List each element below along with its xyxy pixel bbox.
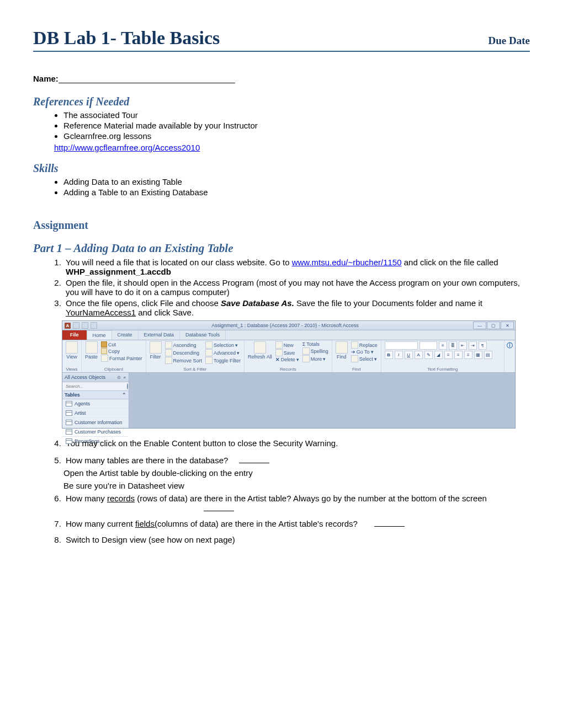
- ascending-button[interactable]: Ascending: [165, 341, 203, 349]
- gridlines-button[interactable]: ▦: [474, 351, 482, 359]
- indent-dec-button[interactable]: ⇤: [459, 341, 467, 350]
- answer-blank-7[interactable]: [374, 526, 405, 527]
- access-titlebar: A Assignment_1 : Database (Access 2007 -…: [62, 321, 515, 330]
- underline-button[interactable]: U: [405, 351, 413, 359]
- ribbon-tabs: File Home Create External Data Database …: [62, 330, 515, 340]
- step-2: Open the file, it should open in the Acc…: [63, 278, 530, 297]
- search-input[interactable]: [65, 383, 125, 389]
- due-date: Due Date: [488, 35, 530, 47]
- remove-sort-button[interactable]: Remove Sort: [165, 357, 203, 364]
- qat-undo-icon[interactable]: [82, 322, 88, 329]
- align-left-button[interactable]: ≡: [444, 351, 453, 359]
- italic-button[interactable]: I: [395, 351, 403, 359]
- table-icon: [66, 420, 72, 425]
- sort-desc-icon: [165, 349, 172, 356]
- references-heading: References if Needed: [33, 95, 530, 108]
- nav-search[interactable]: [62, 382, 129, 391]
- step-8: Switch to Design view (see how on next p…: [63, 535, 530, 544]
- class-site-link[interactable]: www.mtsu.edu/~rbucher/1150: [292, 258, 402, 267]
- page-title: DB Lab 1- Table Basics: [33, 28, 220, 49]
- highlight-button[interactable]: ✎: [424, 351, 433, 359]
- name-blank[interactable]: [59, 83, 235, 83]
- view-icon: [66, 341, 78, 354]
- tab-file[interactable]: File: [62, 330, 87, 340]
- close-button[interactable]: ✕: [501, 322, 514, 329]
- nav-item-customer-purchases[interactable]: Customer Purchases: [62, 427, 129, 437]
- references-link[interactable]: http://www.gcflearnfree.org/Access2010: [54, 143, 200, 152]
- window-buttons: — ▢ ✕: [473, 322, 514, 329]
- answer-blank-6[interactable]: [204, 511, 234, 511]
- skills-list: Adding Data to an existing Table Adding …: [33, 177, 530, 197]
- more-icon: [302, 355, 310, 362]
- filter-icon: [150, 341, 162, 354]
- find-icon: [336, 341, 348, 354]
- replace-button[interactable]: Replace: [351, 341, 378, 349]
- references-item: Reference Material made available by you…: [63, 121, 530, 130]
- answer-blank-5[interactable]: [239, 463, 269, 463]
- tab-database-tools[interactable]: Database Tools: [180, 330, 226, 340]
- nav-item-customer-info[interactable]: Customer Information: [62, 418, 129, 427]
- descending-button[interactable]: Descending: [165, 349, 203, 356]
- tab-external-data[interactable]: External Data: [139, 330, 180, 340]
- group-records: Refresh All New Save ✕ Delete ▾ Σ Totals…: [245, 340, 332, 372]
- alt-row-button[interactable]: ▤: [484, 351, 492, 359]
- maximize-button[interactable]: ▢: [487, 322, 500, 329]
- nav-group-tables[interactable]: Tables⌃: [62, 391, 129, 399]
- view-button[interactable]: View: [66, 341, 78, 360]
- more-button[interactable]: More ▾: [302, 355, 328, 362]
- format-painter-button[interactable]: Format Painter: [101, 355, 142, 362]
- refresh-button[interactable]: Refresh All: [248, 341, 272, 360]
- tab-home[interactable]: Home: [87, 330, 112, 340]
- copy-button[interactable]: Copy: [101, 348, 142, 354]
- spelling-button[interactable]: Spelling: [302, 347, 328, 355]
- delete-button[interactable]: ✕ Delete ▾: [275, 357, 299, 362]
- font-family-dropdown[interactable]: [385, 341, 418, 350]
- nav-item-agents[interactable]: Agents: [62, 399, 129, 409]
- help-icon[interactable]: ⓘ: [504, 340, 515, 351]
- new-button[interactable]: New: [275, 341, 299, 349]
- font-size-dropdown[interactable]: [419, 341, 437, 350]
- filter-button[interactable]: Filter: [150, 341, 162, 360]
- align-right-button[interactable]: ≡: [464, 351, 472, 359]
- access-logo-icon: A: [65, 323, 71, 329]
- toggle-filter-button[interactable]: Toggle Filter: [205, 357, 241, 364]
- qat-redo-icon[interactable]: [91, 322, 97, 329]
- totals-button[interactable]: Σ Totals: [302, 341, 328, 347]
- group-views: View Views: [62, 340, 82, 372]
- font-color-button[interactable]: A: [415, 351, 423, 359]
- group-sort-filter: Filter Ascending Descending Remove Sort …: [146, 340, 245, 372]
- references-list: The associated Tour Reference Material m…: [33, 110, 530, 141]
- nav-item-artist[interactable]: Artist: [62, 409, 129, 418]
- numbering-button[interactable]: ≣: [449, 341, 457, 350]
- para-button[interactable]: ¶: [479, 341, 487, 350]
- group-text-formatting: ≡ ≣ ⇤ ⇥ ¶ B I U A ✎ ◢ ≡ ≡: [381, 340, 504, 372]
- paste-icon: [86, 341, 98, 354]
- minimize-button[interactable]: —: [473, 322, 486, 329]
- spelling-icon: [302, 347, 310, 355]
- nav-header[interactable]: All Access Objects ⊙ «: [62, 373, 129, 382]
- qat-save-icon[interactable]: [73, 322, 79, 329]
- access-screenshot: A Assignment_1 : Database (Access 2007 -…: [62, 320, 516, 429]
- advanced-button[interactable]: Advanced ▾: [205, 349, 241, 356]
- find-button[interactable]: Find: [336, 341, 348, 360]
- align-center-button[interactable]: ≡: [454, 351, 463, 359]
- indent-inc-button[interactable]: ⇥: [469, 341, 477, 350]
- quick-access-toolbar: A: [63, 322, 97, 329]
- search-icon: [127, 383, 128, 389]
- ribbon: View Views Paste Cut Copy Format Painter…: [62, 340, 515, 373]
- bold-button[interactable]: B: [385, 351, 393, 359]
- save-button[interactable]: Save: [275, 349, 299, 356]
- fill-button[interactable]: ◢: [434, 351, 443, 359]
- skills-item: Adding a Table to an Existing Database: [63, 188, 530, 197]
- name-field-line: Name:: [33, 74, 530, 83]
- step-6: How many records (rows of data) are ther…: [63, 494, 530, 511]
- cut-button[interactable]: Cut: [101, 341, 142, 347]
- tab-create[interactable]: Create: [112, 330, 139, 340]
- file-name: WHP_assignment_1.accdb: [66, 267, 171, 276]
- bullets-button[interactable]: ≡: [439, 341, 447, 350]
- paste-button[interactable]: Paste: [85, 341, 98, 360]
- select-button[interactable]: Select ▾: [351, 355, 378, 362]
- selection-button[interactable]: Selection ▾: [205, 341, 241, 349]
- goto-button[interactable]: ➔ Go To ▾: [351, 349, 378, 355]
- collapse-icon: ⌃: [122, 392, 126, 398]
